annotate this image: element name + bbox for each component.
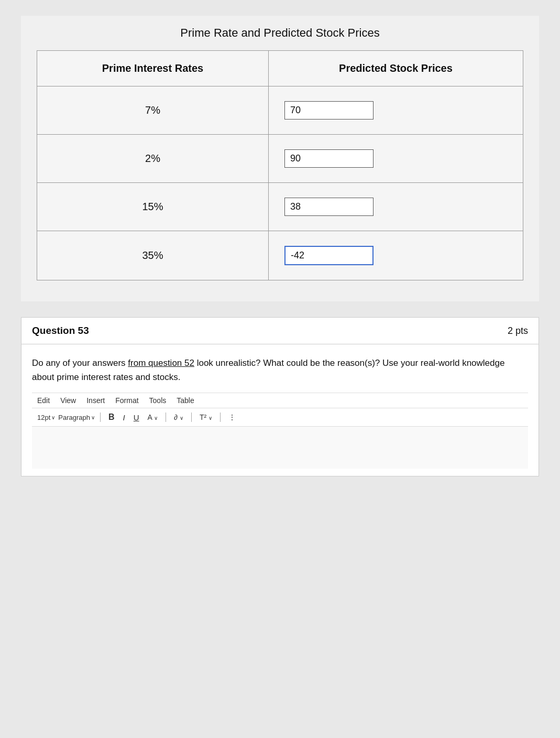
rate-cell-2: 15% bbox=[37, 183, 269, 231]
separator-3 bbox=[191, 413, 192, 422]
separator-1 bbox=[100, 413, 101, 422]
table-section: Prime Rate and Predicted Stock Prices Pr… bbox=[21, 16, 539, 301]
question-53-section: Question 53 2 pts Do any of your answers… bbox=[21, 317, 539, 476]
editor-format-bar: 12pt ∨ Paragraph ∨ B I U A ∨ ∂ ∨ bbox=[32, 408, 528, 427]
editor-menu-bar: Edit View Insert Format Tools Table bbox=[32, 393, 528, 408]
font-size-chevron: ∨ bbox=[51, 415, 55, 420]
bold-button[interactable]: B bbox=[106, 411, 117, 423]
separator-4 bbox=[220, 413, 221, 422]
question-header: Question 53 2 pts bbox=[21, 318, 539, 344]
editor-content-area[interactable] bbox=[32, 427, 528, 469]
paragraph-chevron: ∨ bbox=[91, 415, 95, 420]
more-options-button[interactable]: ⋮ bbox=[226, 412, 238, 422]
table-row: 35%-42 bbox=[37, 231, 523, 280]
question-title: Question 53 bbox=[32, 325, 89, 337]
paragraph-dropdown[interactable]: Paragraph ∨ bbox=[58, 414, 95, 421]
font-color-button[interactable]: A ∨ bbox=[145, 412, 160, 422]
price-cell-3[interactable]: -42 bbox=[268, 231, 523, 280]
table-row: 7%70 bbox=[37, 86, 523, 135]
question-text: Do any of your answers from question 52 … bbox=[32, 356, 528, 384]
rate-cell-3: 35% bbox=[37, 231, 269, 280]
font-size-label: 12pt bbox=[37, 414, 50, 421]
price-input-1[interactable]: 90 bbox=[284, 149, 374, 168]
menu-view[interactable]: View bbox=[60, 396, 76, 405]
italic-button[interactable]: I bbox=[120, 412, 128, 423]
col1-header: Prime Interest Rates bbox=[37, 51, 269, 86]
question-text-part1: Do any of your answers bbox=[32, 358, 128, 368]
price-cell-0[interactable]: 70 bbox=[268, 86, 523, 135]
question-body: Do any of your answers from question 52 … bbox=[21, 344, 539, 476]
superscript-button[interactable]: T² ∨ bbox=[197, 412, 215, 422]
question-points: 2 pts bbox=[508, 325, 528, 337]
question-text-link: from question 52 bbox=[128, 358, 194, 368]
price-input-3[interactable]: -42 bbox=[284, 246, 374, 265]
col2-header: Predicted Stock Prices bbox=[268, 51, 523, 86]
page-container: Prime Rate and Predicted Stock Prices Pr… bbox=[21, 16, 539, 476]
separator-2 bbox=[166, 413, 166, 422]
price-cell-2[interactable]: 38 bbox=[268, 183, 523, 231]
menu-insert[interactable]: Insert bbox=[86, 396, 105, 405]
highlight-button[interactable]: ∂ ∨ bbox=[171, 412, 186, 422]
menu-edit[interactable]: Edit bbox=[37, 396, 50, 405]
menu-format[interactable]: Format bbox=[115, 396, 138, 405]
rate-cell-0: 7% bbox=[37, 86, 269, 135]
underline-button[interactable]: U bbox=[131, 412, 142, 423]
menu-table[interactable]: Table bbox=[177, 396, 194, 405]
table-row: 15%38 bbox=[37, 183, 523, 231]
price-input-0[interactable]: 70 bbox=[284, 101, 374, 120]
menu-tools[interactable]: Tools bbox=[149, 396, 167, 405]
paragraph-label: Paragraph bbox=[58, 414, 90, 421]
price-cell-1[interactable]: 90 bbox=[268, 135, 523, 183]
font-size-dropdown[interactable]: 12pt ∨ bbox=[37, 414, 55, 421]
data-table: Prime Interest Rates Predicted Stock Pri… bbox=[37, 50, 523, 280]
table-title: Prime Rate and Predicted Stock Prices bbox=[37, 26, 523, 40]
rate-cell-1: 2% bbox=[37, 135, 269, 183]
table-row: 2%90 bbox=[37, 135, 523, 183]
price-input-2[interactable]: 38 bbox=[284, 198, 374, 216]
